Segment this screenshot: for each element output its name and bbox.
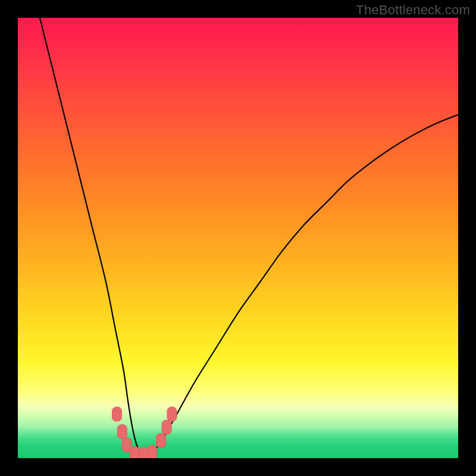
marker-group xyxy=(112,407,177,458)
chart-frame: TheBottleneck.com xyxy=(0,0,476,476)
bottleneck-curve xyxy=(40,18,458,455)
marker-bottom-1 xyxy=(130,447,139,458)
marker-bottom-2 xyxy=(139,447,148,458)
attribution-text: TheBottleneck.com xyxy=(356,2,470,18)
marker-right-1 xyxy=(156,433,166,447)
marker-left-1 xyxy=(112,407,122,421)
marker-right-2 xyxy=(162,420,171,434)
marker-left-2 xyxy=(117,425,127,439)
curve-layer xyxy=(18,18,458,458)
marker-bottom-3 xyxy=(148,445,157,458)
marker-right-3 xyxy=(167,407,177,421)
plot-area xyxy=(18,18,458,458)
